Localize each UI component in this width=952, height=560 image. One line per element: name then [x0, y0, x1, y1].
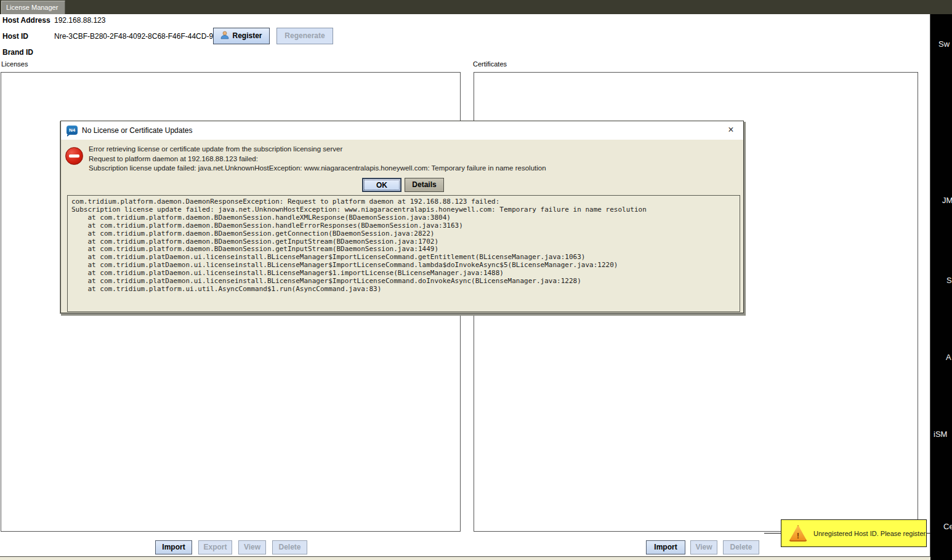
desktop-background: Sw JM S A iSM Ce: [930, 14, 952, 560]
unregistered-host-tooltip: Unregistered Host ID. Please register.: [781, 519, 927, 547]
licenses-view-button[interactable]: View: [238, 540, 266, 554]
window-title-band: License Manager: [0, 0, 952, 14]
desktop-label: JM: [942, 196, 952, 205]
licenses-delete-button[interactable]: Delete: [272, 540, 307, 554]
tooltip-callout-line: [764, 533, 781, 534]
certificates-view-button[interactable]: View: [690, 540, 717, 554]
certificates-import-button[interactable]: Import: [646, 540, 685, 554]
stack-trace-box[interactable]: com.tridium.platform.daemon.DaemonRespon…: [67, 195, 740, 312]
brand-id-label: Brand ID: [2, 48, 33, 57]
desktop-label: Sw: [938, 39, 950, 49]
ok-button[interactable]: OK: [362, 178, 401, 192]
register-button-label: Register: [232, 31, 262, 40]
licenses-export-button[interactable]: Export: [198, 540, 232, 554]
certificates-delete-button[interactable]: Delete: [723, 540, 759, 554]
close-icon[interactable]: ×: [725, 124, 737, 136]
regenerate-button[interactable]: Regenerate: [276, 28, 333, 44]
dialog-message-line-2: Request to platform daemon at 192.168.88…: [89, 154, 546, 164]
desktop-label: A: [946, 353, 951, 362]
error-dialog: N4 No License or Certificate Updates × E…: [60, 121, 744, 313]
host-address-value: 192.168.88.123: [54, 16, 105, 25]
stack-trace-text: com.tridium.platform.daemon.DaemonRespon…: [68, 196, 740, 296]
status-strip: [0, 556, 930, 560]
certificates-panel-label: Certificates: [473, 60, 507, 68]
regenerate-button-label: Regenerate: [284, 31, 325, 40]
person-icon: [220, 30, 229, 38]
dialog-title: No License or Certificate Updates: [82, 126, 192, 135]
details-button[interactable]: Details: [405, 178, 444, 192]
register-button[interactable]: Register: [213, 28, 270, 44]
dialog-message-line-1: Error retrieving license or certificate …: [89, 145, 546, 154]
dialog-message: Error retrieving license or certificate …: [89, 145, 546, 174]
host-address-label: Host Address: [2, 16, 50, 25]
host-id-label: Host ID: [2, 32, 28, 41]
host-id-value: Nre-3CBF-B280-2F48-4092-8C68-F46F-44CD-9…: [54, 32, 226, 41]
desktop-label: S: [946, 276, 952, 285]
desktop-label: Ce: [943, 522, 952, 531]
warning-icon: [789, 525, 807, 542]
dialog-titlebar[interactable]: N4 No License or Certificate Updates ×: [61, 121, 743, 140]
error-icon: [65, 147, 83, 165]
desktop-label: iSM: [934, 430, 947, 439]
tooltip-text: Unregistered Host ID. Please register.: [813, 530, 927, 537]
licenses-import-button[interactable]: Import: [155, 540, 192, 554]
licenses-panel-label: Licenses: [1, 60, 28, 68]
dialog-message-line-3: Subscription license update failed: java…: [89, 164, 546, 174]
n4-app-icon: N4: [67, 126, 78, 135]
tab-license-manager[interactable]: License Manager: [1, 1, 65, 14]
